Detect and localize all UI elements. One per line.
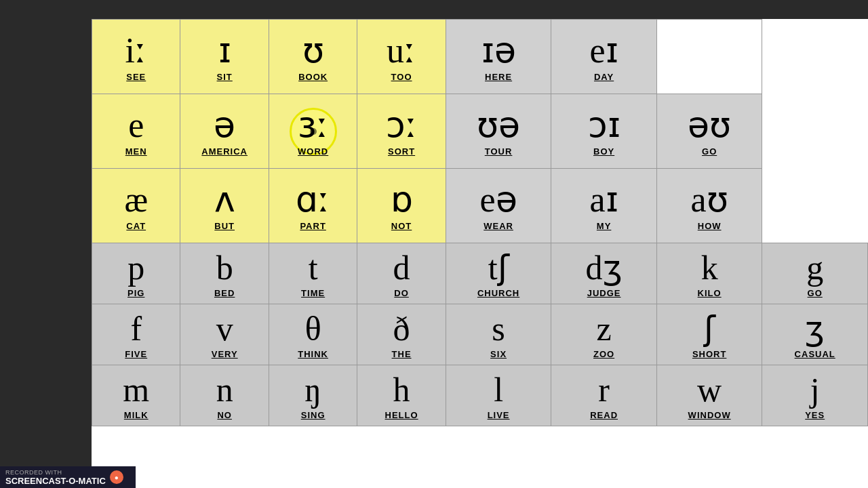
symbol-oi: ɔɪ xyxy=(553,106,655,144)
cell-m-milk: m MILK xyxy=(92,365,180,426)
word-go-vowel: GO xyxy=(658,146,761,157)
footer-bar: RECORDED WITH SCREENCAST-O-MATIC ● xyxy=(0,466,136,488)
symbol-ei: eɪ xyxy=(553,31,655,70)
word-my: MY xyxy=(553,221,655,231)
symbol-h: h xyxy=(359,371,443,409)
cell-u-book: ʊ BOOK xyxy=(269,20,357,94)
symbol-w: w xyxy=(658,371,761,409)
symbol-or: ɔː xyxy=(359,106,443,144)
cell-e-men: e MEN xyxy=(92,94,180,169)
symbol-sh: ʃ xyxy=(658,310,761,348)
symbol-r: r xyxy=(553,371,655,409)
symbol-t: t xyxy=(271,249,355,287)
symbol-ai: aɪ xyxy=(553,180,655,219)
cell-ou-go: əʊ GO xyxy=(656,94,762,169)
symbol-m: m xyxy=(94,371,178,409)
recorded-with-label: RECORDED WITH xyxy=(5,469,62,476)
cell-i-sit: ɪ SIT xyxy=(180,20,269,94)
vowel-row-3: æ CAT ʌ BUT ɑː PART ɒ NOT eə WEAR aɪ MY xyxy=(92,169,868,243)
symbol-ch: tʃ xyxy=(448,249,550,287)
cell-s-six: s SIX xyxy=(446,304,551,365)
word-milk: MILK xyxy=(94,410,178,420)
symbol-l: l xyxy=(448,371,550,409)
cell-k-kilo: k KILO xyxy=(656,243,762,304)
symbol-ea: eə xyxy=(448,180,550,219)
cell-empty-top-right xyxy=(656,20,762,94)
word-day: DAY xyxy=(553,72,655,82)
word-men: MEN xyxy=(94,146,178,157)
word-time: TIME xyxy=(271,288,355,298)
word-sit: SIT xyxy=(182,72,267,82)
word-window: WINDOW xyxy=(658,410,761,420)
symbol-b: b xyxy=(182,249,267,287)
word-live: LIVE xyxy=(448,410,550,420)
symbol-u-short: ʊ xyxy=(271,31,355,70)
word-sort: SORT xyxy=(359,146,443,157)
cell-w-window: w WINDOW xyxy=(656,365,762,426)
word-casual: CASUAL xyxy=(764,349,866,359)
cell-schwa-america: ə AMERICA xyxy=(180,94,269,169)
symbol-s: s xyxy=(448,310,550,348)
cell-r-read: r READ xyxy=(551,365,657,426)
word-bed: BED xyxy=(182,288,267,298)
cell-ae-cat: æ CAT xyxy=(92,169,180,243)
symbol-zh: ʒ xyxy=(764,310,866,348)
cell-o-not: ɒ NOT xyxy=(357,169,446,243)
vowel-row-1: iː SEE ɪ SIT ʊ BOOK uː TOO ɪə HERE eɪ DA… xyxy=(92,20,868,94)
cell-t-time: t TIME xyxy=(269,243,357,304)
cell-th-think: θ THINK xyxy=(269,304,357,365)
vowel-row-2: e MEN ə AMERICA ɜː WORD ɔː SORT ʊə TOUR xyxy=(92,94,868,169)
symbol-au: aʊ xyxy=(658,180,761,219)
word-book: BOOK xyxy=(271,72,355,82)
consonant-row-1: p PIG b BED t TIME d DO tʃ CHURCH dʒ JUD… xyxy=(92,243,868,304)
cell-sh-short: ʃ SHORT xyxy=(656,304,762,365)
cell-j-yes: j YES xyxy=(762,365,868,426)
word-five: FIVE xyxy=(94,349,178,359)
cell-a-but: ʌ BUT xyxy=(180,169,269,243)
word-no: NO xyxy=(182,410,267,420)
symbol-ue: ʊə xyxy=(448,106,550,144)
symbol-eth: ð xyxy=(359,310,443,348)
word-part: PART xyxy=(271,221,355,231)
consonant-row-2: f FIVE v VERY θ THINK ð THE s SIX z ZOO xyxy=(92,304,868,365)
cell-ii-see: iː SEE xyxy=(92,20,180,94)
symbol-dz: dʒ xyxy=(553,249,655,287)
symbol-ie: ɪə xyxy=(448,31,550,70)
word-six: SIX xyxy=(448,349,550,359)
cell-z-zoo: z ZOO xyxy=(551,304,657,365)
cell-or-sort: ɔː SORT xyxy=(357,94,446,169)
symbol-uu: uː xyxy=(359,31,443,70)
symbol-o: ɒ xyxy=(359,180,443,219)
word-short: SHORT xyxy=(658,349,761,359)
word-zoo: ZOO xyxy=(553,349,655,359)
word-judge: JUDGE xyxy=(553,288,655,298)
cell-l-live: l LIVE xyxy=(446,365,551,426)
symbol-i: ɪ xyxy=(182,31,267,70)
word-the: THE xyxy=(359,349,443,359)
cell-oi-boy: ɔɪ BOY xyxy=(551,94,657,169)
cell-ei-day: eɪ DAY xyxy=(551,20,657,94)
symbol-a: ʌ xyxy=(182,180,267,219)
ipa-chart: iː SEE ɪ SIT ʊ BOOK uː TOO ɪə HERE eɪ DA… xyxy=(92,19,868,426)
cell-ue-tour: ʊə TOUR xyxy=(446,94,551,169)
word-boy: BOY xyxy=(553,146,655,157)
word-see: SEE xyxy=(94,72,178,82)
cell-p-pig: p PIG xyxy=(92,243,180,304)
cell-ng-sing: ŋ SING xyxy=(269,365,357,426)
word-very: VERY xyxy=(182,349,267,359)
cell-v-very: v VERY xyxy=(180,304,269,365)
symbol-v: v xyxy=(182,310,267,348)
cell-ch-church: tʃ CHURCH xyxy=(446,243,551,304)
word-do: DO xyxy=(359,288,443,298)
word-wear: WEAR xyxy=(448,221,550,231)
left-bar xyxy=(0,0,92,488)
word-yes: YES xyxy=(764,410,866,420)
word-too: TOO xyxy=(359,72,443,82)
cell-dz-judge: dʒ JUDGE xyxy=(551,243,657,304)
word-tour: TOUR xyxy=(448,146,550,157)
screencast-logo: ● xyxy=(110,470,123,484)
brand-label: SCREENCAST-O-MATIC xyxy=(5,476,106,486)
word-but: BUT xyxy=(182,221,267,231)
cell-au-how: aʊ HOW xyxy=(656,169,762,243)
cell-ai-my: aɪ MY xyxy=(551,169,657,243)
